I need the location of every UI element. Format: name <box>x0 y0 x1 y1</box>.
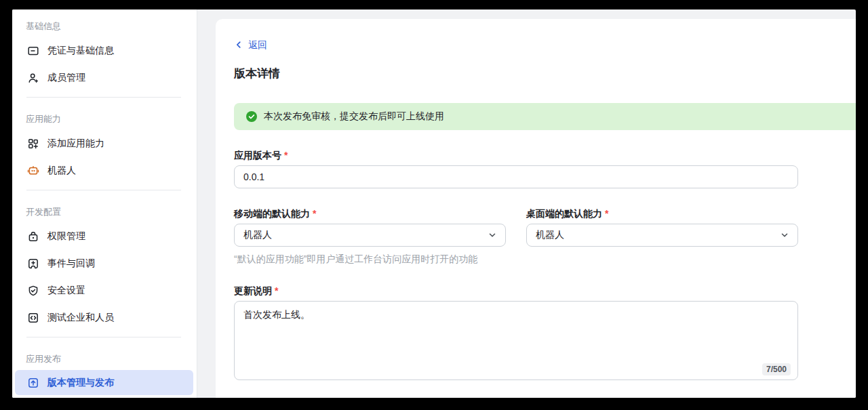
sidebar-item-label: 成员管理 <box>47 72 85 84</box>
mobile-capability-label: 移动端的默认能力* <box>234 207 506 220</box>
desktop-capability-label-text: 桌面端的默认能力 <box>526 208 602 219</box>
sidebar-item-permissions[interactable]: 权限管理 <box>15 223 193 250</box>
mobile-capability-value: 机器人 <box>243 229 272 241</box>
check-circle-icon <box>245 110 258 123</box>
sidebar-item-label: 版本管理与发布 <box>47 377 114 389</box>
sidebar-item-label: 安全设置 <box>47 285 85 297</box>
desktop-capability-select[interactable]: 机器人 <box>526 224 798 247</box>
sidebar-section-capabilities: 应用能力 添加应用能力 机器人 <box>12 112 197 184</box>
sidebar-item-label: 权限管理 <box>47 230 85 243</box>
section-title-capabilities: 应用能力 <box>26 112 183 126</box>
sidebar-item-add-capability[interactable]: 添加应用能力 <box>15 130 193 157</box>
update-notes-field: 更新说明* 首次发布上线。 7/500 <box>234 284 856 380</box>
chevron-left-icon <box>234 40 243 49</box>
sidebar-item-label: 事件与回调 <box>47 258 95 270</box>
required-asterisk: * <box>605 208 608 219</box>
required-asterisk: * <box>275 285 278 296</box>
mobile-capability-field: 移动端的默认能力* 机器人 <box>234 188 506 247</box>
desktop-capability-value: 机器人 <box>536 229 564 241</box>
sidebar-divider <box>26 190 181 190</box>
desktop-capability-field: 桌面端的默认能力* 机器人 <box>526 188 798 247</box>
update-notes-textarea[interactable]: 首次发布上线。 <box>234 301 798 380</box>
sidebar-item-label: 测试企业和人员 <box>47 312 114 324</box>
sidebar: 基础信息 凭证与基础信息 成员管理 应用能力 添加应用能力 机器人 <box>12 9 197 398</box>
sidebar-item-version-release[interactable]: 版本管理与发布 <box>15 370 193 395</box>
event-callback-icon <box>27 258 39 270</box>
version-field: 应用版本号* <box>234 148 856 188</box>
required-asterisk: * <box>284 150 288 161</box>
sidebar-item-members[interactable]: 成员管理 <box>15 64 193 91</box>
main-area: 返回 版本详情 本次发布免审核，提交发布后即可上线使用 应用版本号* 移动端的默… <box>197 9 856 398</box>
sidebar-item-label: 添加应用能力 <box>47 138 104 150</box>
lock-icon <box>27 230 39 243</box>
sidebar-item-events-callbacks[interactable]: 事件与回调 <box>15 250 193 277</box>
app-window: 基础信息 凭证与基础信息 成员管理 应用能力 添加应用能力 机器人 <box>12 9 856 398</box>
section-title-dev-config: 开发配置 <box>26 205 183 219</box>
sidebar-item-robot[interactable]: 机器人 <box>15 157 193 184</box>
mobile-capability-select[interactable]: 机器人 <box>234 224 506 247</box>
sidebar-item-label: 机器人 <box>47 165 76 177</box>
desktop-capability-label: 桌面端的默认能力* <box>526 207 798 220</box>
sidebar-item-label: 凭证与基础信息 <box>47 45 114 57</box>
sidebar-item-test-company[interactable]: 测试企业和人员 <box>15 304 193 331</box>
chevron-down-icon <box>779 230 790 241</box>
sidebar-section-dev-config: 开发配置 权限管理 事件与回调 安全设置 测试企业和人员 <box>12 205 197 331</box>
chevron-down-icon <box>487 230 498 241</box>
banner-text: 本次发布免审核，提交发布后即可上线使用 <box>264 110 444 123</box>
code-icon <box>27 312 39 324</box>
update-notes-label-text: 更新说明 <box>234 285 272 296</box>
sidebar-section-release: 应用发布 版本管理与发布 <box>12 352 197 395</box>
capability-row: 移动端的默认能力* 机器人 桌面端的默认能力* 机器人 <box>234 188 798 247</box>
sidebar-item-security[interactable]: 安全设置 <box>15 277 193 304</box>
capability-hint: “默认的应用功能”即用户通过工作台访问应用时打开的功能 <box>234 252 856 266</box>
back-label: 返回 <box>248 38 267 52</box>
required-asterisk: * <box>313 208 316 219</box>
sidebar-divider <box>26 97 181 98</box>
success-banner: 本次发布免审核，提交发布后即可上线使用 <box>234 103 856 130</box>
shield-check-icon <box>27 285 39 297</box>
back-link[interactable]: 返回 <box>234 38 267 52</box>
version-label-text: 应用版本号 <box>234 150 281 161</box>
content-card: 返回 版本详情 本次发布免审核，提交发布后即可上线使用 应用版本号* 移动端的默… <box>216 19 856 398</box>
sidebar-section-basic-info: 基础信息 凭证与基础信息 成员管理 <box>12 20 197 91</box>
char-counter: 7/500 <box>762 363 791 375</box>
section-title-basic-info: 基础信息 <box>26 20 183 33</box>
update-notes-label: 更新说明* <box>234 284 856 298</box>
version-input[interactable] <box>234 165 798 188</box>
publish-icon <box>27 377 39 389</box>
version-label: 应用版本号* <box>234 148 856 162</box>
sidebar-divider <box>26 337 181 337</box>
sidebar-item-credentials[interactable]: 凭证与基础信息 <box>15 37 193 64</box>
section-title-release: 应用发布 <box>26 352 183 366</box>
page-title: 版本详情 <box>234 66 856 82</box>
mobile-capability-label-text: 移动端的默认能力 <box>234 208 310 219</box>
robot-icon <box>27 165 39 177</box>
add-capability-icon <box>27 138 39 150</box>
update-notes-wrap: 首次发布上线。 7/500 <box>234 301 798 380</box>
card-icon <box>27 45 39 57</box>
member-add-icon <box>27 72 39 84</box>
